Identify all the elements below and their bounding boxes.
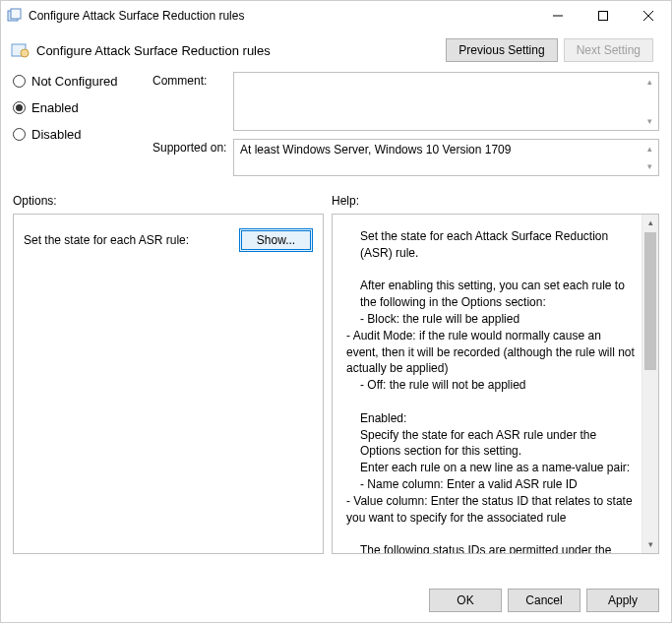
- help-text: - Name column: Enter a valid ASR rule ID: [346, 476, 635, 493]
- scroll-up-icon[interactable]: ▴: [642, 215, 658, 231]
- scroll-down-icon[interactable]: ▾: [642, 159, 656, 173]
- next-setting-button: Next Setting: [564, 38, 653, 62]
- help-text: Set the state for each Attack Surface Re…: [346, 228, 635, 262]
- help-text: After enabling this setting, you can set…: [346, 278, 635, 311]
- scroll-down-icon[interactable]: ▾: [642, 536, 658, 553]
- help-panel: Set the state for each Attack Surface Re…: [332, 214, 659, 554]
- help-section-label: Help:: [332, 194, 359, 208]
- help-text: Enter each rule on a new line as a name-…: [346, 460, 635, 476]
- ok-button[interactable]: OK: [429, 589, 502, 612]
- show-button[interactable]: Show...: [239, 228, 313, 252]
- scroll-up-icon[interactable]: ▴: [642, 75, 656, 89]
- scroll-down-icon[interactable]: ▾: [642, 114, 656, 128]
- help-text: - Value column: Enter the status ID that…: [346, 493, 635, 527]
- help-text: - Block: the rule will be applied: [346, 311, 635, 328]
- svg-point-7: [21, 49, 29, 57]
- help-scrollbar[interactable]: ▴ ▾: [641, 215, 658, 553]
- scrollbar-thumb[interactable]: [644, 232, 656, 370]
- maximize-button[interactable]: [580, 1, 626, 31]
- asr-rule-state-label: Set the state for each ASR rule:: [24, 233, 239, 247]
- radio-not-configured[interactable]: Not Configured: [13, 74, 153, 89]
- options-section-label: Options:: [13, 194, 332, 208]
- minimize-button[interactable]: [535, 1, 580, 31]
- radio-icon: [13, 75, 26, 88]
- help-text: - Off: the rule will not be applied: [346, 377, 635, 394]
- window-title: Configure Attack Surface Reduction rules: [29, 9, 535, 23]
- apply-button[interactable]: Apply: [586, 589, 659, 612]
- help-text: - Audit Mode: if the rule would normally…: [346, 328, 635, 377]
- radio-label: Not Configured: [31, 74, 117, 89]
- radio-label: Enabled: [31, 100, 79, 115]
- close-button[interactable]: [626, 1, 671, 31]
- radio-disabled[interactable]: Disabled: [13, 127, 153, 142]
- help-text: The following status IDs are permitted u…: [346, 542, 635, 554]
- titlebar: Configure Attack Surface Reduction rules: [1, 1, 671, 31]
- help-text: Specify the state for each ASR rule unde…: [346, 427, 635, 461]
- policy-icon: [7, 8, 23, 24]
- radio-icon: [13, 128, 26, 141]
- previous-setting-button[interactable]: Previous Setting: [446, 38, 557, 62]
- policy-header: Configure Attack Surface Reduction rules…: [1, 31, 671, 72]
- policy-category-icon: [11, 42, 31, 58]
- scroll-up-icon[interactable]: ▴: [642, 142, 656, 156]
- radio-enabled[interactable]: Enabled: [13, 100, 153, 115]
- help-text: Enabled:: [346, 410, 635, 427]
- options-panel: Set the state for each ASR rule: Show...: [13, 214, 324, 554]
- supported-label: Supported on:: [153, 139, 233, 155]
- state-radios: Not Configured Enabled Disabled: [13, 72, 153, 184]
- radio-label: Disabled: [31, 127, 82, 142]
- svg-rect-3: [599, 12, 608, 21]
- svg-rect-1: [11, 9, 21, 19]
- radio-icon: [13, 101, 26, 114]
- supported-on-display: At least Windows Server, Windows 10 Vers…: [233, 139, 659, 176]
- comment-input[interactable]: ▴ ▾: [233, 72, 659, 131]
- cancel-button[interactable]: Cancel: [508, 589, 580, 612]
- comment-label: Comment:: [153, 72, 233, 88]
- policy-title: Configure Attack Surface Reduction rules: [36, 43, 446, 58]
